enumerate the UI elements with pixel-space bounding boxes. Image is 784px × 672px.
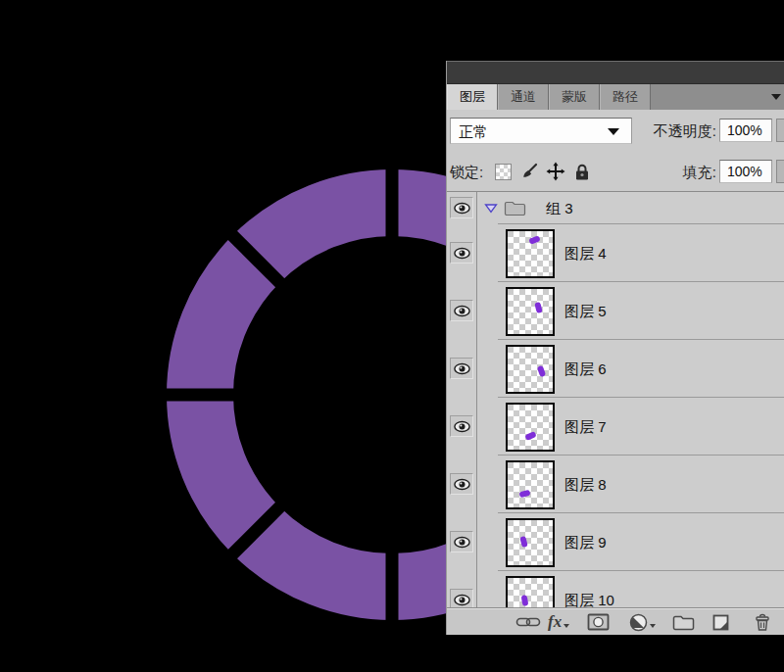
lock-transparency-icon[interactable] [492,161,514,182]
group-row[interactable]: 组 3 [447,192,784,224]
layer-row[interactable]: 图层 5 [447,282,784,340]
lock-icons [492,160,593,183]
adjustment-layer-icon[interactable] [629,611,656,633]
layer-content-mark [525,430,538,440]
chevron-down-icon [608,128,619,135]
opacity-input[interactable] [719,119,772,142]
layer-visibility-toggle[interactable] [450,473,473,495]
opacity-dropdown-button[interactable] [776,119,784,142]
layer-thumbnail[interactable] [506,460,555,509]
layer-name: 图层 8 [564,476,607,495]
lock-all-icon[interactable] [571,161,593,182]
fill-label: 填充: [633,164,716,182]
panel-header-bar[interactable] [447,61,784,84]
layer-row[interactable]: 图层 8 [447,456,784,513]
layer-style-fx-icon[interactable]: fx [548,611,569,633]
opacity-label: 不透明度: [633,122,716,141]
layer-content-mark [519,490,531,499]
eye-icon [454,247,470,260]
layer-row[interactable]: 图层 10 [447,571,784,607]
layer-thumbnail[interactable] [506,229,555,278]
layer-content-mark [519,536,528,548]
eye-icon [454,594,470,606]
lock-row: 锁定: 填充: [447,152,784,192]
eye-icon [454,536,470,549]
panel-menu-icon[interactable] [771,94,781,100]
fill-input[interactable] [719,160,772,183]
layer-visibility-toggle[interactable] [450,242,473,264]
lock-label: 锁定: [450,164,491,182]
layer-controls: 正常 不透明度: 锁定: 填充: [447,110,784,192]
layer-name: 图层 6 [564,360,607,379]
eye-icon [454,305,470,317]
layer-visibility-toggle[interactable] [450,589,473,607]
layer-thumbnail[interactable] [506,345,555,394]
group-expand-triangle-icon[interactable] [484,204,498,214]
layer-content-mark [536,364,545,376]
panel-tabbar: 图层 通道 蒙版 路径 [447,84,784,110]
layer-thumbnail[interactable] [506,518,555,567]
tab-layers[interactable]: 图层 [447,84,498,110]
layer-thumbnail[interactable] [506,287,555,336]
layer-thumbnail[interactable] [506,403,555,452]
new-layer-icon[interactable] [711,611,730,633]
new-group-icon[interactable] [672,611,695,633]
fill-dropdown-button[interactable] [776,160,784,183]
blend-mode-value: 正常 [459,123,488,142]
layer-visibility-toggle[interactable] [450,358,473,379]
layers-panel: 图层 通道 蒙版 路径 正常 不透明度: 锁定: 填充: [446,61,784,635]
layer-name: 图层 4 [564,245,607,264]
eye-icon [454,420,470,433]
eye-icon [454,202,470,215]
layer-content-mark [534,302,543,313]
layer-name: 图层 5 [564,303,607,321]
group-name: 组 3 [546,200,573,218]
blend-mode-row: 正常 不透明度: [447,110,784,152]
layer-name: 图层 7 [564,418,607,437]
delete-layer-icon[interactable] [754,611,771,633]
panel-bottom-toolbar: fx [447,607,784,635]
layer-row[interactable]: 图层 6 [447,340,784,398]
layer-visibility-toggle[interactable] [450,415,473,437]
eye-icon [454,362,470,375]
layer-list-rows: 图层 4 图层 5 图层 6 [447,224,784,607]
layer-list: 组 3 图层 4 图层 5 [447,192,784,607]
layer-content-mark [528,236,540,245]
layer-name: 图层 9 [564,534,607,552]
layer-visibility-toggle[interactable] [450,300,473,321]
eye-icon [454,478,470,491]
document-canvas[interactable]: 图层 通道 蒙版 路径 正常 不透明度: 锁定: 填充: [0,0,784,672]
layer-content-mark [521,595,529,606]
tab-masks[interactable]: 蒙版 [549,84,600,110]
eye-column-divider [476,192,477,607]
lock-paint-icon[interactable] [518,161,540,182]
layer-row[interactable]: 图层 4 [447,224,784,282]
lock-move-icon[interactable] [545,161,566,182]
group-visibility-toggle[interactable] [450,197,473,218]
layer-visibility-toggle[interactable] [450,531,473,552]
layer-thumbnail[interactable] [506,576,555,607]
add-mask-icon[interactable] [587,611,610,633]
tab-paths[interactable]: 路径 [600,84,651,110]
layer-row[interactable]: 图层 7 [447,398,784,456]
layer-name: 图层 10 [564,592,614,607]
layer-row[interactable]: 图层 9 [447,513,784,571]
folder-icon [504,200,526,216]
link-layers-icon[interactable] [515,611,541,633]
tab-channels[interactable]: 通道 [498,84,549,110]
blend-mode-select[interactable]: 正常 [450,118,632,144]
